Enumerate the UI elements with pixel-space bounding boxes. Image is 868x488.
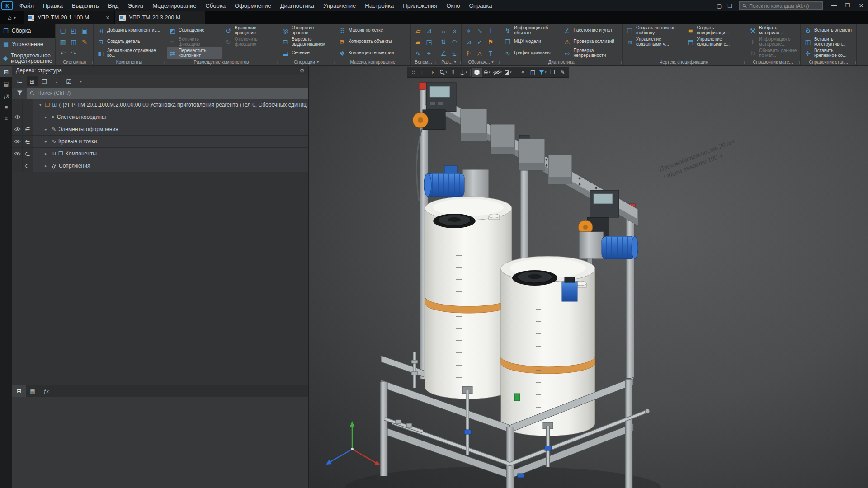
mirror-components-button[interactable]: ◧Зеркальное отражение ко... <box>95 47 163 59</box>
ribbon-mode-assembly[interactable]: ❒Сборка <box>0 24 55 38</box>
grid-pattern-button[interactable]: ⠿Массив по сетке <box>337 25 395 36</box>
rotation-rotation-button[interactable]: ↺Вращение-вращение <box>223 25 275 36</box>
insert-element-button[interactable]: ⚙Вставить элемент <box>802 25 854 36</box>
tree-selection-box-icon[interactable]: ▫ <box>51 76 62 86</box>
tree-row-coordinate-systems[interactable]: ▸ ⌖ Системы координат <box>12 111 308 123</box>
menu-panel-icon[interactable]: ≡ <box>0 102 12 113</box>
structure-panel-icon[interactable]: ⌗ <box>0 113 12 124</box>
in-spec-icon[interactable]: ∈ <box>25 150 30 157</box>
layout-panels-icon[interactable]: ▢ <box>714 3 725 9</box>
collapse-arrow-icon[interactable]: ▸ <box>45 127 49 131</box>
menu-modeling[interactable]: Моделирование <box>148 0 201 11</box>
radial-dimension-icon[interactable]: ◠ <box>452 39 457 45</box>
simple-hole-button[interactable]: ◎Отверстие простое <box>280 25 333 36</box>
command-search-input[interactable] <box>749 3 820 9</box>
tank-1[interactable] <box>425 197 512 399</box>
diameter-dimension-icon[interactable]: ⌀ <box>453 28 456 34</box>
close-button[interactable]: ✕ <box>854 0 868 11</box>
create-part-button[interactable]: ⊡Создать деталь <box>95 36 163 47</box>
ribbon-mode-solid-modeling[interactable]: ◆Твердотельное моделирование <box>0 52 55 65</box>
undo-icon[interactable]: ↶ <box>60 50 66 56</box>
manage-linked-bom-button[interactable]: ▤Управление связанными с... <box>685 36 743 47</box>
add-component-button[interactable]: ⊞Добавить компонент из... <box>95 25 163 36</box>
preview-icon[interactable]: ◫ <box>71 39 76 45</box>
tree-structure-view-icon[interactable]: ⊞ <box>27 76 38 86</box>
gear-icon[interactable]: ⚙ <box>299 67 305 74</box>
sketch-plane-icon[interactable]: ∟ <box>419 68 428 77</box>
visibility-eye-icon[interactable] <box>14 115 21 119</box>
parameters-panel-icon[interactable]: ▤ <box>0 78 12 89</box>
marker-icon[interactable]: ⚐ <box>466 50 472 56</box>
orientation-icon[interactable]: ⇧ <box>448 68 458 77</box>
wireframe-view-icon[interactable]: ⊕▾ <box>482 68 492 77</box>
plane-icon[interactable]: ▰ <box>416 39 421 45</box>
mini-tab-tree-icon[interactable]: ⊞ <box>12 385 26 397</box>
tree-sequence-view-icon[interactable]: ≔ <box>14 76 25 86</box>
insert-fastener-button[interactable]: ✛Вставить крепежное со... <box>802 47 854 59</box>
geometry-collection-button[interactable]: ❖Коллекция геометрии <box>337 47 395 59</box>
control-point-icon[interactable]: ⌖ <box>427 50 431 56</box>
leader-icon[interactable]: ↘ <box>477 28 482 34</box>
tree-row-components[interactable]: ∈ ▸ ⊞ ❒ Компоненты <box>12 148 308 160</box>
distance-angle-button[interactable]: ∠Расстояние и угол <box>562 25 621 36</box>
menu-applications[interactable]: Приложения <box>398 0 442 11</box>
tree-root-row[interactable]: ▾ ❒ ⊞ (-)УПР-ТМ-20.1.100.М.2.00.00.00.00… <box>12 99 308 111</box>
in-spec-icon[interactable]: ∈ <box>25 138 30 145</box>
manage-linked-drawings-button[interactable]: ⧈Управление связанными ч... <box>624 36 684 47</box>
collapse-arrow-icon[interactable]: ▸ <box>45 151 49 156</box>
hide-objects-icon[interactable]: ▾ <box>492 68 503 77</box>
expand-arrow-icon[interactable]: ▾ <box>39 103 43 107</box>
copy-objects-button[interactable]: ⧉Копировать объекты <box>337 36 395 47</box>
tree-filter-dropdown-icon[interactable]: ▾ <box>75 76 86 86</box>
menu-sketch[interactable]: Эскиз <box>123 0 148 11</box>
collapse-arrow-icon[interactable]: ▸ <box>45 164 49 168</box>
in-spec-icon[interactable]: ∈ <box>25 163 30 169</box>
tree-row-curves-points[interactable]: ∈ ▸ ∿ Кривые и точки <box>12 136 308 148</box>
ribbon-mode-management[interactable]: ▤Управление <box>0 38 55 51</box>
flag-icon[interactable]: ⚑ <box>488 39 494 45</box>
triad-icon[interactable]: ▾ <box>458 68 468 77</box>
visibility-eye-icon[interactable] <box>14 151 21 156</box>
viewports-icon[interactable]: ◫ <box>528 68 538 77</box>
document-tab-1[interactable]: УПР-ТМ-20.1.100.М.... ✕ <box>24 11 114 24</box>
menu-select[interactable]: Выделить <box>67 0 104 11</box>
mini-tab-table-icon[interactable]: ▦ <box>26 385 39 397</box>
insert-structural-button[interactable]: ◫Вставить конструктивн... <box>802 36 854 47</box>
mass-properties-button[interactable]: ❒МЦХ модели <box>502 36 561 47</box>
menu-view[interactable]: Вид <box>104 0 123 11</box>
spline-icon[interactable]: ∿ <box>415 50 421 56</box>
object-info-button[interactable]: ↯Информация об объекте <box>502 25 561 36</box>
local-cs-icon[interactable]: ⊿ <box>426 28 432 34</box>
section-view-icon[interactable]: ◪▾ <box>503 68 513 77</box>
screen-mode-icon[interactable]: ❒ <box>725 3 736 9</box>
visibility-eye-icon[interactable] <box>14 139 21 144</box>
save-icon[interactable]: ▣ <box>81 28 87 34</box>
tolerance-icon[interactable]: ⊿ <box>466 39 472 45</box>
menu-window[interactable]: Окно <box>442 0 464 11</box>
print-icon[interactable]: ▥ <box>60 39 66 45</box>
tree-search-field[interactable] <box>27 88 308 99</box>
selection-frame-icon[interactable]: ❒ <box>548 68 557 77</box>
tab-close-icon[interactable]: ✕ <box>106 15 110 21</box>
tree-row-annotation-elements[interactable]: ∈ ▸ ✎ Элементы оформления <box>12 123 308 136</box>
shaded-view-icon[interactable] <box>472 68 482 77</box>
viewport-3d[interactable]: ⠿ ∟ ⊾ ▾ ⇧ ▾ ⊕▾ ▾ ◪▾ ⌖ ◫ ▾ ❒ <box>309 66 868 488</box>
zoom-icon[interactable]: ▾ <box>439 68 448 77</box>
base-icon[interactable]: ⊥ <box>488 28 493 34</box>
filter-funnel-icon[interactable] <box>12 88 27 99</box>
toolbar-drag-handle[interactable]: ⠿ <box>409 68 418 77</box>
menu-annotation[interactable]: Оформление <box>230 0 276 11</box>
menu-settings[interactable]: Настройка <box>360 0 398 11</box>
angle-dimension-icon[interactable]: ∠ <box>441 50 447 56</box>
save-as-icon[interactable]: ✎ <box>82 39 87 45</box>
mini-tab-variables-icon[interactable]: ƒx <box>39 385 53 397</box>
roughness-icon[interactable]: △ <box>477 50 482 56</box>
menu-file[interactable]: Файл <box>15 0 38 11</box>
datum-target-icon[interactable]: ⌖ <box>467 28 471 34</box>
menu-diagnostics[interactable]: Диагностика <box>276 0 319 11</box>
menu-help[interactable]: Справка <box>465 0 497 11</box>
curvature-graph-button[interactable]: ∿График кривизны <box>502 47 561 59</box>
collision-check-button[interactable]: ⚠Проверка коллизий <box>562 36 621 47</box>
section-button[interactable]: ⬓Сечение <box>280 47 333 59</box>
in-spec-icon[interactable]: ∈ <box>25 126 30 133</box>
